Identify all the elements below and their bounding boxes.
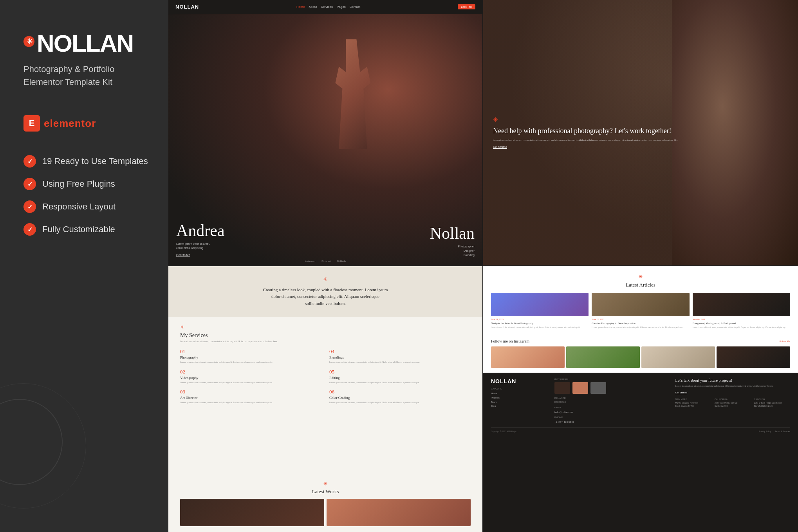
decorative-circle-2 [0,383,86,509]
article-date-1: June 14, 2023 [491,318,589,321]
service-item-1: 01 Photography Lorem ipsum dolor sit ame… [180,348,321,364]
nav-link-home: Home [296,5,305,9]
check-icon-1 [23,155,36,168]
br-insta-follow-link[interactable]: Follow Me [780,340,790,343]
footer-addr-text-2: 254 Fossil-Points, Nor-CalCalifornia 204… [715,401,751,408]
service-item-4: 04 Brandings Lorem ipsum dolor sit amet,… [329,348,471,364]
hero-sub-right: PhotographerDesignerBranding [430,244,475,258]
left-panel: NOLLAN Photography & Portfolio Elementor… [0,0,168,532]
br-footer-col-logo: NOLLAN Explore Home Projects Team Blog [491,378,549,424]
bl-latest-works-section: ✳ Latest Works [168,475,482,532]
service-item-6: 06 Color Grading Lorem ipsum dolor sit a… [329,389,471,404]
service-num-2: 02 [180,369,321,375]
logo-star-icon [23,36,34,47]
preview-top-right: ✳ Need help with professional photograph… [483,0,798,266]
footer-address-grid: New York Martha-Villages, New YorkBrook-… [675,398,790,408]
footer-email-label: Email [554,406,670,409]
tr-headline: Need help with professional photography?… [493,126,678,135]
footer-addr-title-2: California [715,398,751,400]
nav-link-pages: Pages [337,5,346,9]
tr-star-icon: ✳ [493,116,678,123]
footer-cta-button[interactable]: Get Started [675,391,687,394]
article-date-3: June 09, 2023 [693,318,790,321]
bl-lw-title: Latest Works [180,489,471,495]
br-insta-title: Follow me on Instagram [491,339,529,343]
feature-item: 19 Ready to Use Templates [23,155,149,168]
footer-privacy-link[interactable]: Privacy Policy [759,430,771,433]
article-date-2: June 12, 2023 [592,318,689,321]
article-card-3: June 09, 2023 Foreground, Medioground, &… [693,293,790,329]
bl-lw-star-icon: ✳ [180,481,471,487]
footer-contact-headline: Let's talk about your future projects! [675,378,790,382]
service-item-3: 03 Art Director Lorem ipsum dolor sit am… [180,389,321,404]
mini-nav-links: Home About Services Pages Contact [296,5,360,9]
bl-services-star-icon: ✳ [180,325,471,330]
service-text-3: Lorem ipsum dolor sit amet, consectetur … [180,401,321,404]
footer-instagram-title: Instagram [554,378,670,381]
service-num-5: 05 [329,369,471,375]
feature-item: Responsive Layout [23,200,149,213]
article-headline-1: Navigate the Rules In Street Photography [491,321,589,325]
service-num-4: 04 [329,348,471,355]
article-img-1 [491,293,589,316]
feature-label-4: Fully Customizable [42,224,115,234]
footer-insta-thumb-1 [554,382,570,394]
article-text-3: Lorem ipsum dolor sit amet, consectetur … [693,326,790,329]
preview-bottom-right: ✳ Latest Articles June 14, 2023 Navigate… [483,266,798,532]
br-articles-section: ✳ Latest Articles June 14, 2023 Navigate… [483,266,798,335]
br-footer-col-social: Instagram Behance Dribbble Email hello@n… [554,378,670,424]
hero-footer-link-3: Dribbble [337,260,346,262]
bl-star-icon: ✳ [180,276,471,283]
bl-quote-text: Creating a timeless look, coupled with a… [263,287,388,307]
br-footer-col-contact: Let's talk about your future projects! L… [675,378,790,424]
features-list: 19 Ready to Use Templates Using Free Plu… [23,155,149,236]
brand-tagline: Photography & Portfolio Elementor Templa… [23,63,149,88]
footer-contact-text: Lorem ipsum dolor sit amet, consectetur … [675,384,790,388]
br-instagram-section: Follow me on Instagram Follow Me [483,335,798,373]
check-icon-2 [23,178,36,190]
check-icon-3 [23,200,36,213]
footer-policy-links: Privacy Policy Terms & Services [759,430,790,433]
article-headline-2: Creative Photography, to Boost Inspirati… [592,321,689,325]
footer-addr-ny: New York Martha-Villages, New YorkBrook-… [675,398,711,408]
hero-section: Andrea Lorem ipsum dolor sit amet,consec… [168,14,482,265]
hero-name-left: Andrea [176,222,225,240]
article-img-2 [592,293,689,316]
footer-addr-text-3: 1067-D Buck-Ridge ManchesterStonefield 2… [754,401,790,408]
footer-insta-thumb-3 [590,382,606,394]
br-footer-section: NOLLAN Explore Home Projects Team Blog I… [483,373,798,532]
insta-photo-3 [641,346,715,368]
article-card-2: June 12, 2023 Creative Photography, to B… [592,293,689,329]
service-name-5: Editing [329,376,471,380]
br-star-icon: ✳ [491,274,790,280]
elementor-label: elementor [44,117,96,130]
br-cards-grid: June 14, 2023 Navigate the Rules In Stre… [491,293,790,329]
mini-nav-cta[interactable]: Let's Talk [458,4,475,9]
service-text-2: Lorem ipsum dolor sit amet, consectetur … [180,381,321,384]
footer-link-home: Home [491,391,549,396]
service-name-2: Videography [180,376,321,380]
br-footer-grid: NOLLAN Explore Home Projects Team Blog I… [491,378,790,424]
tr-overlay-content: ✳ Need help with professional photograph… [483,108,688,157]
hero-right-content: Nollan PhotographerDesignerBranding [430,224,475,258]
hero-footer-nav: Instagram Pinterest Dribbble [305,260,346,262]
service-item-2: 02 Videography Lorem ipsum dolor sit ame… [180,369,321,384]
footer-addr-title-1: New York [675,398,711,400]
tr-cta-button[interactable]: Get Started [493,146,507,149]
hero-cta-button[interactable]: Get Started [176,254,190,257]
check-icon-4 [23,223,36,236]
footer-explore-title: Explore [491,388,549,390]
service-num-1: 01 [180,348,321,355]
tagline-line2: Elementor Template Kit [23,77,112,87]
feature-item: Using Free Plugins [23,178,149,190]
service-name-3: Art Director [180,396,321,400]
feature-label-2: Using Free Plugins [42,179,115,189]
footer-behance-title: Behance [554,397,670,399]
footer-addr-ca: California 254 Fossil-Points, Nor-CalCal… [715,398,751,408]
bl-works-thumbs [180,499,471,526]
br-articles-title: Latest Articles [491,282,790,288]
footer-addr-text-1: Martha-Villages, New YorkBrook-Giverny 5… [675,401,711,408]
service-item-5: 05 Editing Lorem ipsum dolor sit amet, c… [329,369,471,384]
footer-terms-link[interactable]: Terms & Services [775,430,790,433]
footer-addr-title-3: Carolina [754,398,790,400]
